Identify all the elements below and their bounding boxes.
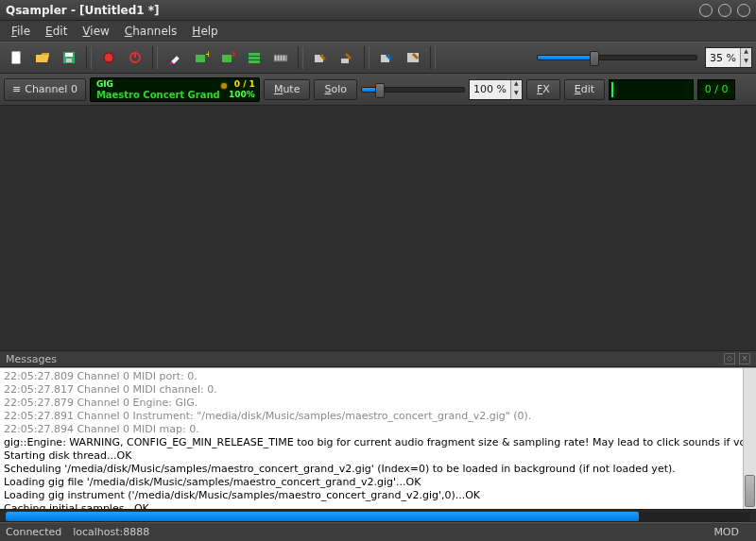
svg-text:+: + <box>205 50 209 59</box>
status-mod: MOD <box>713 526 739 538</box>
menu-file[interactable]: File <box>4 23 38 40</box>
titlebar: Qsampler - [Untitled1 *] <box>0 0 756 21</box>
log-line: Caching initial samples...OK <box>4 502 752 509</box>
activity-led-icon <box>221 83 227 89</box>
svg-point-5 <box>104 53 113 62</box>
add-channel-icon[interactable]: + <box>189 45 214 70</box>
log-line: 22:05:27.817 Channel 0 MIDI channel: 0. <box>4 383 752 397</box>
workspace-area <box>0 106 756 350</box>
log-line: 22:05:27.809 Channel 0 MIDI port: 0. <box>4 370 752 383</box>
channel-strip: ≡ Channel 0 GIG Maestro Concert Grand 0 … <box>0 74 756 106</box>
svg-rect-16 <box>249 60 260 63</box>
stream-load-label: 100% <box>229 90 255 100</box>
log-line: 22:05:27.891 Channel 0 Instrument: "/med… <box>4 410 752 423</box>
svg-rect-24 <box>341 59 349 63</box>
settings-2-icon[interactable] <box>401 45 425 70</box>
status-bar: Connected localhost:8888 MOD <box>0 522 756 541</box>
voice-count-label: 0 / 1 <box>229 79 255 90</box>
channel-volume-value: 100 % <box>470 83 510 95</box>
svg-rect-10 <box>196 55 205 62</box>
spin-down-icon[interactable]: ▼ <box>741 58 751 67</box>
svg-text:×: × <box>231 50 235 59</box>
status-host: localhost:8888 <box>73 526 149 538</box>
record-icon[interactable] <box>96 45 121 70</box>
close-panel-icon[interactable]: × <box>739 353 750 364</box>
menu-help[interactable]: Help <box>184 23 225 40</box>
channel-volume-spin[interactable]: 100 % ▲▼ <box>469 79 523 100</box>
log-line: 22:05:27.879 Channel 0 Engine: GIG. <box>4 397 752 410</box>
solo-button[interactable]: Solo <box>314 79 357 100</box>
power-icon[interactable] <box>123 45 147 70</box>
log-line: 22:05:27.894 Channel 0 MIDI map: 0. <box>4 423 752 436</box>
new-file-icon[interactable] <box>4 45 28 70</box>
remove-channel-icon[interactable]: × <box>215 45 240 70</box>
menu-view[interactable]: View <box>75 23 116 40</box>
log-line: Starting disk thread...OK <box>4 449 752 463</box>
edit-pencil-icon[interactable] <box>335 45 359 70</box>
maximize-icon[interactable] <box>718 4 731 17</box>
menu-icon: ≡ <box>12 83 21 95</box>
fx-button[interactable]: FX <box>526 79 560 100</box>
spin-down-icon[interactable]: ▼ <box>511 90 522 99</box>
channel-list-icon[interactable] <box>242 45 266 70</box>
messages-log[interactable]: 22:05:27.809 Channel 0 MIDI port: 0. 22:… <box>0 367 756 509</box>
menu-channels[interactable]: Channels <box>117 23 185 40</box>
voice-counter: 0 / 0 <box>697 79 735 100</box>
open-file-icon[interactable] <box>30 45 55 70</box>
menubar: File Edit View Channels Help <box>0 21 756 42</box>
log-line: Scheduling '/media/disk/Music/samples/ma… <box>4 463 752 476</box>
close-icon[interactable] <box>737 4 750 17</box>
mute-button[interactable]: Mute <box>264 79 311 100</box>
svg-marker-25 <box>345 53 352 59</box>
channel-volume-slider[interactable] <box>361 87 465 93</box>
status-connected: Connected <box>6 526 61 538</box>
log-line: Loading gig instrument ('/media/disk/Mus… <box>4 489 752 502</box>
master-volume-value: 35 % <box>706 52 740 64</box>
log-line: Loading gig file '/media/disk/Music/samp… <box>4 476 752 489</box>
log-line: gig::Engine: WARNING, CONFIG_EG_MIN_RELE… <box>4 436 752 449</box>
progress-area <box>0 509 756 522</box>
channel-lcd[interactable]: GIG Maestro Concert Grand 0 / 1 100% <box>90 77 260 102</box>
svg-rect-15 <box>249 57 260 59</box>
detach-icon[interactable]: ◇ <box>724 353 735 364</box>
channel-select-button[interactable]: ≡ Channel 0 <box>4 78 86 101</box>
spin-up-icon[interactable]: ▲ <box>511 80 522 90</box>
messages-title: Messages <box>6 353 57 365</box>
settings-1-icon[interactable] <box>374 45 399 70</box>
messages-scrollbar[interactable] <box>743 368 756 509</box>
channel-name: Channel 0 <box>25 83 77 95</box>
svg-rect-3 <box>65 53 73 57</box>
messages-header: Messages ◇ × <box>0 350 756 367</box>
window-title: Qsampler - [Untitled1 *] <box>6 4 699 17</box>
save-file-icon[interactable] <box>57 45 81 70</box>
edit-button[interactable]: Edit <box>564 79 605 100</box>
svg-rect-14 <box>249 53 260 56</box>
menu-edit[interactable]: Edit <box>38 23 75 40</box>
keyboard-icon[interactable] <box>268 45 293 70</box>
svg-rect-4 <box>66 59 72 62</box>
vu-meter <box>609 79 694 100</box>
edit-icon[interactable] <box>308 45 333 70</box>
master-volume-slider[interactable] <box>537 55 697 60</box>
main-toolbar: + × 35 % ▲▼ <box>0 42 756 74</box>
master-volume-spin[interactable]: 35 % ▲▼ <box>705 47 752 68</box>
minimize-icon[interactable] <box>699 4 713 17</box>
eraser-icon[interactable] <box>163 45 187 70</box>
progress-bar <box>6 512 750 521</box>
